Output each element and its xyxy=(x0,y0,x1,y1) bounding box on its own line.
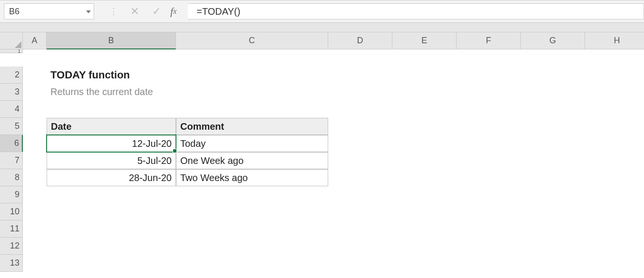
cell[interactable] xyxy=(23,238,47,255)
col-header-E[interactable]: E xyxy=(392,32,457,49)
cell[interactable] xyxy=(457,203,521,220)
cell[interactable] xyxy=(585,67,644,84)
cell[interactable] xyxy=(392,101,457,118)
cell[interactable] xyxy=(457,118,521,135)
formula-input[interactable]: =TODAY() xyxy=(188,3,644,19)
cell[interactable] xyxy=(328,255,392,272)
cell[interactable] xyxy=(457,101,521,118)
row-header-5[interactable]: 5 xyxy=(0,118,23,135)
row-header-7[interactable]: 7 xyxy=(0,152,23,169)
cell[interactable] xyxy=(457,135,521,152)
cell[interactable] xyxy=(23,49,47,53)
cell[interactable] xyxy=(23,255,47,272)
col-header-C[interactable]: C xyxy=(176,32,328,49)
cell[interactable] xyxy=(457,238,521,255)
cell[interactable] xyxy=(585,152,644,169)
col-header-H[interactable]: H xyxy=(585,32,644,49)
cell[interactable] xyxy=(585,49,644,53)
cell[interactable] xyxy=(47,203,176,220)
cell[interactable] xyxy=(176,238,328,255)
row-header-12[interactable]: 12 xyxy=(0,238,23,255)
cell[interactable] xyxy=(23,135,47,152)
cell[interactable] xyxy=(392,135,457,152)
cell[interactable] xyxy=(176,101,328,118)
expand-handle-icon[interactable]: ⋮ xyxy=(109,6,117,17)
col-header-G[interactable]: G xyxy=(521,32,585,49)
cell[interactable] xyxy=(392,169,457,186)
cell[interactable] xyxy=(176,255,328,272)
cell[interactable] xyxy=(47,238,176,255)
row-header-1[interactable]: 1 xyxy=(0,49,23,53)
col-header-B[interactable]: B xyxy=(47,32,176,49)
cell[interactable] xyxy=(457,220,521,238)
cell[interactable] xyxy=(176,67,328,84)
cell[interactable] xyxy=(328,152,392,169)
cell[interactable] xyxy=(585,203,644,220)
cell[interactable] xyxy=(392,186,457,203)
cell[interactable] xyxy=(585,135,644,152)
fx-icon[interactable]: fx xyxy=(170,3,188,19)
cell[interactable] xyxy=(328,186,392,203)
select-all-corner[interactable] xyxy=(0,32,23,49)
cell[interactable] xyxy=(521,49,585,53)
cell[interactable] xyxy=(23,169,47,186)
cell[interactable] xyxy=(23,152,47,169)
cell-B6-selected[interactable]: 12-Jul-20 xyxy=(47,135,176,152)
cell[interactable] xyxy=(392,203,457,220)
cell-C7[interactable]: One Week ago xyxy=(176,152,328,169)
row-header-9[interactable]: 9 xyxy=(0,186,23,203)
cell-B3-subtitle[interactable]: Returns the current date xyxy=(47,84,176,101)
cell-C6[interactable]: Today xyxy=(176,135,328,152)
cell[interactable] xyxy=(176,84,328,101)
col-header-F[interactable]: F xyxy=(457,32,521,49)
cell-B8[interactable]: 28-Jun-20 xyxy=(47,169,176,186)
cell[interactable] xyxy=(47,220,176,238)
cell[interactable] xyxy=(521,169,585,186)
cell[interactable] xyxy=(585,186,644,203)
cell[interactable] xyxy=(328,238,392,255)
cell[interactable] xyxy=(521,84,585,101)
cell[interactable] xyxy=(23,220,47,238)
cell[interactable] xyxy=(328,118,392,135)
cell[interactable] xyxy=(23,101,47,118)
name-box[interactable]: B6 xyxy=(4,3,94,19)
cell[interactable] xyxy=(328,49,392,53)
row-header-6[interactable]: 6 xyxy=(0,135,23,152)
name-box-dropdown-icon[interactable] xyxy=(86,8,91,15)
cell[interactable] xyxy=(457,186,521,203)
spreadsheet-grid[interactable]: A B C D E F G H 1 2 TODAY function 3 Ret… xyxy=(0,32,644,272)
cell[interactable] xyxy=(328,135,392,152)
cell[interactable] xyxy=(457,84,521,101)
cell[interactable] xyxy=(23,118,47,135)
cell[interactable] xyxy=(585,84,644,101)
cell[interactable] xyxy=(457,67,521,84)
cell[interactable] xyxy=(585,238,644,255)
cell[interactable] xyxy=(585,255,644,272)
row-header-11[interactable]: 11 xyxy=(0,220,23,238)
cell[interactable] xyxy=(392,255,457,272)
cell[interactable] xyxy=(47,49,176,53)
cell[interactable] xyxy=(521,203,585,220)
row-header-8[interactable]: 8 xyxy=(0,169,23,186)
cell[interactable] xyxy=(392,220,457,238)
row-header-4[interactable]: 4 xyxy=(0,101,23,118)
row-header-13[interactable]: 13 xyxy=(0,255,23,272)
cell[interactable] xyxy=(328,203,392,220)
cell[interactable] xyxy=(392,118,457,135)
cell[interactable] xyxy=(176,49,328,53)
cell[interactable] xyxy=(521,67,585,84)
cell[interactable] xyxy=(176,220,328,238)
cell-B7[interactable]: 5-Jul-20 xyxy=(47,152,176,169)
cell[interactable] xyxy=(47,186,176,203)
cell[interactable] xyxy=(521,220,585,238)
cell[interactable] xyxy=(392,238,457,255)
table-header-date[interactable]: Date xyxy=(47,118,176,135)
cell[interactable] xyxy=(585,220,644,238)
col-header-A[interactable]: A xyxy=(23,32,47,49)
cell[interactable] xyxy=(47,101,176,118)
cell[interactable] xyxy=(328,169,392,186)
row-header-3[interactable]: 3 xyxy=(0,84,23,101)
cell[interactable] xyxy=(457,49,521,53)
cell[interactable] xyxy=(328,220,392,238)
row-header-2[interactable]: 2 xyxy=(0,67,23,84)
